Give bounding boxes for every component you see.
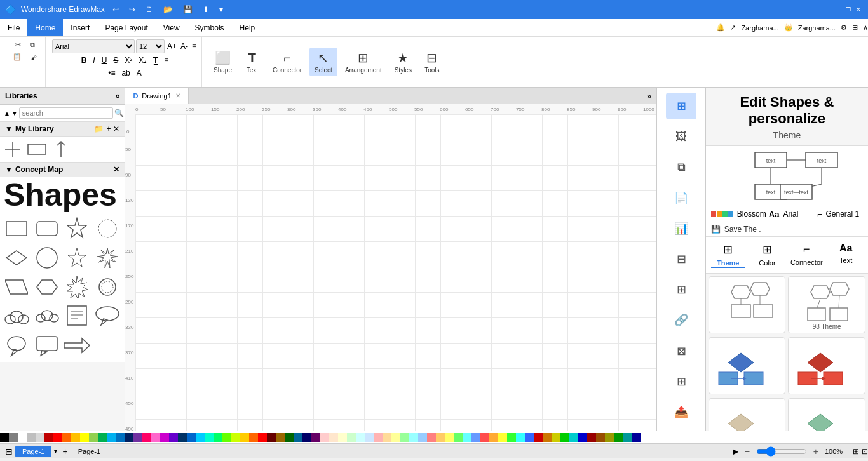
my-library-add-btn[interactable]: 📁 bbox=[94, 124, 104, 133]
settings-icon[interactable]: ⚙ bbox=[841, 23, 847, 32]
close-btn[interactable]: ✕ bbox=[854, 5, 863, 14]
menu-symbols[interactable]: Symbols bbox=[187, 19, 232, 36]
search-input[interactable] bbox=[19, 107, 113, 119]
shape-cloud1[interactable] bbox=[3, 302, 31, 330]
color-swatch[interactable] bbox=[133, 433, 142, 442]
add-page-btn[interactable]: + bbox=[60, 446, 70, 457]
superscript-btn[interactable]: X² bbox=[122, 55, 135, 66]
color-swatch[interactable] bbox=[409, 433, 418, 442]
connector-tool-btn[interactable]: ⌐ Connector bbox=[268, 48, 307, 76]
color-swatch[interactable] bbox=[480, 433, 489, 442]
color-swatch[interactable] bbox=[543, 433, 552, 442]
font-size-increase-btn[interactable]: A+ bbox=[166, 41, 178, 52]
lib-shape-1[interactable] bbox=[4, 140, 22, 158]
color-swatch[interactable] bbox=[178, 433, 187, 442]
align-btn[interactable]: ≡ bbox=[191, 41, 198, 52]
search-icon[interactable]: 🔍 bbox=[114, 109, 124, 117]
shape-circle[interactable] bbox=[33, 244, 61, 272]
quickaccess-btn[interactable]: ▾ bbox=[217, 5, 226, 14]
theme-opt-text[interactable]: Aa Text bbox=[829, 243, 863, 268]
color-swatch[interactable] bbox=[205, 433, 214, 442]
menu-pagelayout[interactable]: Page Layout bbox=[97, 19, 155, 36]
right-btn-link[interactable]: 🔗 bbox=[666, 307, 696, 333]
color-swatch[interactable] bbox=[80, 433, 89, 442]
theme-opt-connector[interactable]: ⌐ Connector bbox=[789, 243, 824, 268]
profile-name[interactable]: Zarghama... bbox=[741, 24, 778, 32]
canvas-tab-drawing1[interactable]: D Drawing1 ✕ bbox=[125, 88, 188, 104]
page-tab-1[interactable]: Page-1 bbox=[15, 446, 51, 457]
canvas-tab-close-btn[interactable]: ✕ bbox=[175, 92, 180, 99]
notification-icon[interactable]: 🔔 bbox=[716, 23, 725, 32]
color-swatch[interactable] bbox=[196, 433, 205, 442]
color-swatch[interactable] bbox=[0, 433, 9, 442]
collapse-libraries-btn[interactable]: « bbox=[116, 91, 120, 100]
color-swatch[interactable] bbox=[89, 433, 98, 442]
lib-shape-3[interactable] bbox=[52, 140, 70, 158]
play-btn[interactable]: ▶ bbox=[733, 447, 738, 456]
color-swatch[interactable] bbox=[587, 433, 596, 442]
color-swatch[interactable] bbox=[187, 433, 196, 442]
color-swatch[interactable] bbox=[578, 433, 587, 442]
color-swatch[interactable] bbox=[383, 433, 391, 442]
collapse-canvas-icon[interactable]: » bbox=[642, 91, 657, 101]
font-family-select[interactable]: Arial bbox=[52, 39, 135, 53]
select-tool-btn[interactable]: ↖ Select bbox=[309, 48, 337, 76]
shape-rect1[interactable] bbox=[3, 215, 31, 243]
color-swatch[interactable] bbox=[400, 433, 409, 442]
color-swatch[interactable] bbox=[498, 433, 507, 442]
arrangement-btn[interactable]: ⊞ Arrangement bbox=[340, 48, 387, 76]
theme-card-teal[interactable] bbox=[788, 398, 865, 431]
drawing-canvas[interactable] bbox=[135, 114, 656, 431]
shape-arrow[interactable] bbox=[63, 331, 91, 359]
color-swatch[interactable] bbox=[391, 433, 400, 442]
right-btn-chart[interactable]: 📊 bbox=[666, 215, 696, 242]
theme-opt-theme[interactable]: ⊞ Theme bbox=[711, 243, 745, 268]
color-swatch[interactable] bbox=[18, 433, 27, 442]
shape-diamond[interactable] bbox=[3, 244, 31, 272]
right-btn-image[interactable]: 🖼 bbox=[666, 123, 696, 150]
color-swatch[interactable] bbox=[569, 433, 578, 442]
color-swatch[interactable] bbox=[44, 433, 53, 442]
styles-btn[interactable]: ★ Styles bbox=[390, 48, 417, 76]
color-swatch[interactable] bbox=[436, 433, 445, 442]
shape-bubble-round[interactable] bbox=[3, 331, 31, 359]
grid-icon[interactable]: ⊞ bbox=[852, 23, 858, 32]
undo-btn[interactable]: ↩ bbox=[110, 5, 121, 14]
color-swatch[interactable] bbox=[614, 433, 623, 442]
menu-file[interactable]: File bbox=[0, 19, 27, 36]
color-swatch[interactable] bbox=[160, 433, 169, 442]
color-swatch[interactable] bbox=[534, 433, 543, 442]
shape-tool-btn[interactable]: ⬜ Shape bbox=[208, 48, 237, 76]
shape-callout[interactable] bbox=[93, 302, 121, 330]
zoom-slider[interactable] bbox=[756, 446, 807, 457]
color-swatch[interactable] bbox=[560, 433, 569, 442]
color-swatch[interactable] bbox=[302, 433, 311, 442]
menu-help[interactable]: Help bbox=[232, 19, 263, 36]
shape-bubble-rect[interactable] bbox=[33, 331, 61, 359]
color-swatch[interactable] bbox=[285, 433, 294, 442]
profile-name-text[interactable]: Zarghama... bbox=[798, 24, 836, 32]
fullscreen-btn[interactable]: ⊞ bbox=[853, 447, 859, 456]
shape-star2[interactable] bbox=[63, 244, 91, 272]
font-size-decrease-btn[interactable]: A- bbox=[179, 41, 189, 52]
shape-explosion1[interactable] bbox=[63, 273, 91, 301]
text-tool-btn[interactable]: T Text bbox=[240, 48, 265, 76]
color-swatch[interactable] bbox=[249, 433, 258, 442]
right-btn-table[interactable]: ⊟ bbox=[666, 246, 696, 272]
cut-btn[interactable]: ✂ bbox=[11, 39, 25, 50]
color-swatch[interactable] bbox=[9, 433, 18, 442]
color-swatch[interactable] bbox=[463, 433, 471, 442]
color-swatch[interactable] bbox=[427, 433, 436, 442]
color-swatch[interactable] bbox=[169, 433, 178, 442]
concept-map-collapse-icon[interactable]: ▼ bbox=[5, 165, 13, 174]
color-swatch[interactable] bbox=[222, 433, 231, 442]
color-swatch[interactable] bbox=[258, 433, 267, 442]
bullet-list-btn[interactable]: •≡ bbox=[105, 67, 118, 79]
shape-cloud2[interactable] bbox=[33, 302, 61, 330]
theme-card-red[interactable] bbox=[788, 337, 865, 394]
minimize-btn[interactable]: — bbox=[834, 5, 843, 14]
color-swatch[interactable] bbox=[320, 433, 329, 442]
general1-item[interactable]: ⌐ General 1 bbox=[817, 210, 863, 219]
numbering-btn[interactable]: ab bbox=[119, 67, 132, 79]
my-library-new-btn[interactable]: + bbox=[106, 124, 111, 133]
